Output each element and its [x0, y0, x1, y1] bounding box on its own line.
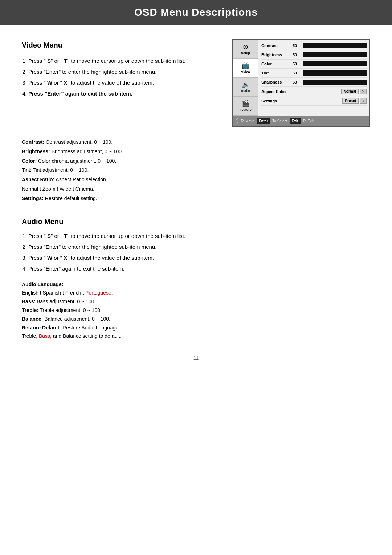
- tint-bar: [303, 70, 367, 76]
- exit-button[interactable]: Exit: [290, 118, 301, 124]
- setup-label: Setup: [241, 51, 250, 55]
- bass-highlight: Bass,: [39, 333, 52, 339]
- desc-aspect-ratio: Aspect Ratio: Aspect Ratio selection.: [22, 175, 370, 184]
- sidebar-item-setup: ⊙ Setup: [233, 40, 258, 59]
- sidebar-item-audio[interactable]: 🔈 Audio: [233, 78, 258, 97]
- brightness-label: Brightness: [261, 53, 290, 57]
- page-number: 11: [22, 355, 370, 361]
- osd-content: Contrast 50 Brightness 50 Color 50: [258, 40, 369, 116]
- desc-audio-language: Audio Language:: [22, 280, 370, 289]
- contrast-value: 50: [293, 44, 301, 48]
- audio-step-4: Press "Enter" again to exit the sub-item…: [28, 264, 370, 273]
- page-title: OSD Menu Descriptions: [134, 7, 258, 18]
- feature-label: Feature: [240, 108, 252, 112]
- video-menu-left: Video Menu Press " S" or " T" to move th…: [22, 39, 218, 127]
- video-descriptions: Contrast: Contrast adjustment, 0 ~ 100. …: [22, 138, 370, 203]
- exit-text: To Exit: [303, 119, 314, 123]
- sharpness-bar: [303, 80, 367, 85]
- osd-footer: ◁ ▷ To Move Enter To Select Exit To Exit: [233, 116, 369, 126]
- aspect-ratio-value: Normal: [341, 89, 359, 94]
- desc-settings: Settings: Restore default setting.: [22, 194, 370, 203]
- portuguese-text: Portuguese.: [85, 290, 113, 296]
- audio-menu-section: Audio Menu Press " S" or " T" to move th…: [22, 218, 370, 341]
- feature-icon: 🎬: [242, 100, 250, 107]
- video-step-1: Press " S" or " T" to move the cursor up…: [28, 57, 218, 65]
- audio-steps-list: Press " S" or " T" to move the cursor up…: [22, 232, 370, 273]
- osd-row-tint: Tint 50: [261, 69, 367, 78]
- contrast-bar: [303, 43, 367, 48]
- osd-row-aspect-ratio: Aspect Ratio Normal ▷: [261, 87, 367, 96]
- color-bar: [303, 61, 367, 66]
- audio-step-2: Press "Enter" to enter the highlighted s…: [28, 243, 370, 251]
- osd-row-sharpness: Sharpness 50: [261, 78, 367, 87]
- desc-treble: Treble: Treble adjustment, 0 ~ 100.: [22, 306, 370, 315]
- tint-value: 50: [293, 71, 301, 75]
- nav-arrows: ◁ ▷: [236, 117, 238, 125]
- video-steps-list: Press " S" or " T" to move the cursor up…: [22, 57, 218, 98]
- video-menu-title: Video Menu: [22, 39, 218, 51]
- osd-row-color: Color 50: [261, 60, 367, 69]
- settings-label: Settings: [261, 99, 290, 103]
- aspect-ratio-select: Normal ▷: [341, 89, 367, 94]
- video-menu-section: Video Menu Press " S" or " T" to move th…: [22, 39, 370, 127]
- color-value: 50: [293, 62, 301, 66]
- video-step-2: Press "Enter" to enter the highlighted s…: [28, 68, 218, 76]
- audio-step-1: Press " S" or " T" to move the cursor up…: [28, 232, 370, 240]
- osd-row-contrast: Contrast 50: [261, 41, 367, 50]
- sharpness-label: Sharpness: [261, 80, 290, 84]
- audio-label: Audio: [241, 89, 250, 93]
- desc-contrast: Contrast: Contrast adjustment, 0 ~ 100.: [22, 138, 370, 147]
- desc-audio-language-options: English t Spanish t French t Portuguese.: [22, 289, 370, 297]
- osd-row-brightness: Brightness 50: [261, 50, 367, 60]
- tint-label: Tint: [261, 71, 290, 75]
- enter-button[interactable]: Enter: [257, 118, 270, 124]
- video-label: Video: [241, 70, 250, 74]
- contrast-label: Contrast: [261, 44, 290, 48]
- video-step-3: Press " W or " X" to adjust the value of…: [28, 78, 218, 87]
- aspect-ratio-arrow[interactable]: ▷: [360, 89, 367, 94]
- select-text: To Select: [272, 119, 287, 123]
- desc-restore-2: Treble, Bass, and Balance setting to def…: [22, 332, 370, 341]
- aspect-ratio-label: Aspect Ratio: [261, 89, 290, 94]
- sharpness-value: 50: [293, 80, 301, 84]
- desc-balance: Balance: Balance adjustment, 0 ~ 100.: [22, 315, 370, 324]
- color-label: Color: [261, 62, 290, 66]
- sidebar-item-video[interactable]: 📺 Video: [233, 59, 258, 78]
- settings-arrow[interactable]: ▷: [360, 98, 367, 104]
- osd-row-settings: Settings Preset ▷: [261, 96, 367, 106]
- settings-value: Preset: [342, 98, 359, 104]
- move-text: To Move: [241, 119, 254, 123]
- audio-step-3: Press " W or " X" to adjust the value of…: [28, 254, 370, 262]
- setup-icon: ⊙: [243, 44, 248, 50]
- desc-brightness: Brightness: Brightness adjustment, 0 ~ 1…: [22, 147, 370, 156]
- desc-color: Color: Color chroma adjustment, 0 ~ 100.: [22, 157, 370, 166]
- video-icon: 📺: [242, 62, 250, 69]
- desc-aspect-ratio-options: Normal t Zoom t Wide t Cinema.: [22, 185, 370, 194]
- desc-bass: Bass: Bass adjustment, 0 ~ 100.: [22, 297, 370, 306]
- desc-tint: Tint: Tint adjustment, 0 ~ 100.: [22, 166, 370, 175]
- page-header: OSD Menu Descriptions: [0, 0, 392, 25]
- desc-restore: Restore Default: Restore Audio Language,: [22, 324, 370, 332]
- audio-descriptions: Audio Language: English t Spanish t Fren…: [22, 280, 370, 341]
- osd-panel: ⊙ Setup 📺 Video 🔈 Audio 🎬 Feature: [232, 39, 370, 127]
- brightness-value: 50: [293, 53, 301, 57]
- video-step-4: Press "Enter" again to exit the sub-item…: [28, 89, 218, 98]
- settings-select: Preset ▷: [342, 98, 367, 104]
- osd-main: ⊙ Setup 📺 Video 🔈 Audio 🎬 Feature: [233, 40, 369, 116]
- osd-sidebar: ⊙ Setup 📺 Video 🔈 Audio 🎬 Feature: [233, 40, 258, 116]
- audio-menu-title: Audio Menu: [22, 218, 370, 226]
- sidebar-item-feature[interactable]: 🎬 Feature: [233, 97, 258, 116]
- brightness-bar: [303, 52, 367, 57]
- audio-icon: 🔈: [242, 81, 250, 88]
